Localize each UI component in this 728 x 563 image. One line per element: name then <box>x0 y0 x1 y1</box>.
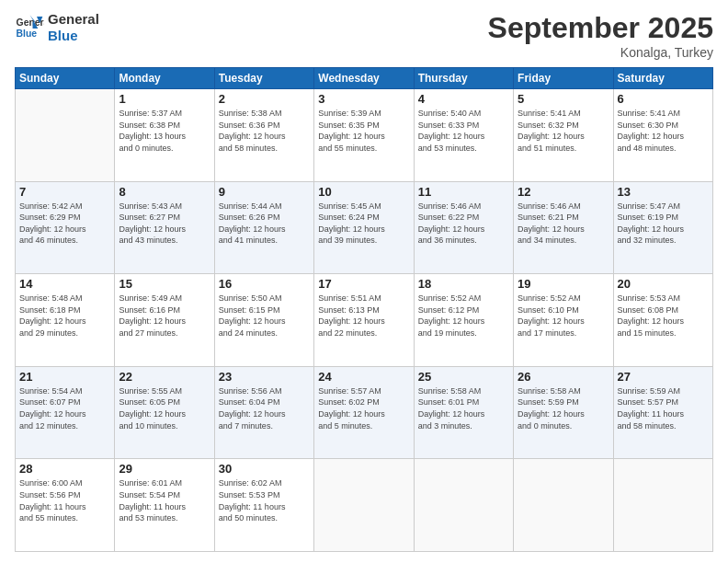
weekday-header-sunday: Sunday <box>16 68 115 89</box>
calendar-cell: 19Sunrise: 5:52 AM Sunset: 6:10 PM Dayli… <box>514 274 613 367</box>
calendar-cell: 1Sunrise: 5:37 AM Sunset: 6:38 PM Daylig… <box>115 89 214 182</box>
day-number: 20 <box>618 277 709 291</box>
calendar-week-4: 21Sunrise: 5:54 AM Sunset: 6:07 PM Dayli… <box>16 366 713 459</box>
day-number: 5 <box>518 92 609 106</box>
day-info: Sunrise: 5:58 AM Sunset: 5:59 PM Dayligh… <box>518 385 609 431</box>
day-info: Sunrise: 5:52 AM Sunset: 6:10 PM Dayligh… <box>518 293 609 339</box>
logo-icon: General Blue <box>15 13 44 42</box>
day-number: 21 <box>19 370 110 384</box>
day-info: Sunrise: 5:40 AM Sunset: 6:33 PM Dayligh… <box>418 108 509 154</box>
day-number: 10 <box>318 185 409 199</box>
weekday-header-wednesday: Wednesday <box>314 68 414 89</box>
day-info: Sunrise: 5:46 AM Sunset: 6:22 PM Dayligh… <box>418 201 509 247</box>
day-info: Sunrise: 5:55 AM Sunset: 6:05 PM Dayligh… <box>119 385 210 431</box>
calendar-cell: 27Sunrise: 5:59 AM Sunset: 5:57 PM Dayli… <box>613 366 712 459</box>
day-info: Sunrise: 5:39 AM Sunset: 6:35 PM Dayligh… <box>318 108 409 154</box>
day-info: Sunrise: 5:43 AM Sunset: 6:27 PM Dayligh… <box>119 201 210 247</box>
day-number: 23 <box>219 370 310 384</box>
calendar-cell: 22Sunrise: 5:55 AM Sunset: 6:05 PM Dayli… <box>115 366 214 459</box>
day-number: 26 <box>518 370 609 384</box>
day-number: 18 <box>418 277 509 291</box>
calendar-cell: 11Sunrise: 5:46 AM Sunset: 6:22 PM Dayli… <box>414 181 513 274</box>
calendar-cell: 12Sunrise: 5:46 AM Sunset: 6:21 PM Dayli… <box>514 181 613 274</box>
calendar-cell: 30Sunrise: 6:02 AM Sunset: 5:53 PM Dayli… <box>214 459 313 552</box>
calendar-cell: 8Sunrise: 5:43 AM Sunset: 6:27 PM Daylig… <box>115 181 214 274</box>
day-info: Sunrise: 5:59 AM Sunset: 5:57 PM Dayligh… <box>618 385 709 431</box>
logo: General Blue General Blue <box>15 11 99 44</box>
calendar-cell: 2Sunrise: 5:38 AM Sunset: 6:36 PM Daylig… <box>214 89 313 182</box>
svg-text:Blue: Blue <box>17 29 38 39</box>
weekday-header-friday: Friday <box>514 68 613 89</box>
weekday-header-saturday: Saturday <box>613 68 712 89</box>
day-number: 16 <box>219 277 310 291</box>
calendar-cell <box>613 459 712 552</box>
day-number: 11 <box>418 185 509 199</box>
calendar-cell: 13Sunrise: 5:47 AM Sunset: 6:19 PM Dayli… <box>613 181 712 274</box>
day-number: 7 <box>19 185 110 199</box>
day-number: 17 <box>318 277 409 291</box>
day-info: Sunrise: 5:44 AM Sunset: 6:26 PM Dayligh… <box>219 201 310 247</box>
day-number: 6 <box>618 92 709 106</box>
calendar-cell: 9Sunrise: 5:44 AM Sunset: 6:26 PM Daylig… <box>214 181 313 274</box>
day-info: Sunrise: 6:00 AM Sunset: 5:56 PM Dayligh… <box>19 477 110 523</box>
day-number: 30 <box>219 462 310 476</box>
day-number: 4 <box>418 92 509 106</box>
weekday-header-thursday: Thursday <box>414 68 513 89</box>
day-number: 22 <box>119 370 210 384</box>
calendar-cell: 23Sunrise: 5:56 AM Sunset: 6:04 PM Dayli… <box>214 366 313 459</box>
day-info: Sunrise: 5:53 AM Sunset: 6:08 PM Dayligh… <box>618 293 709 339</box>
day-info: Sunrise: 5:47 AM Sunset: 6:19 PM Dayligh… <box>618 201 709 247</box>
location: Konalga, Turkey <box>488 45 713 60</box>
day-number: 28 <box>19 462 110 476</box>
calendar-cell: 28Sunrise: 6:00 AM Sunset: 5:56 PM Dayli… <box>16 459 115 552</box>
calendar-cell: 17Sunrise: 5:51 AM Sunset: 6:13 PM Dayli… <box>314 274 414 367</box>
calendar-cell: 25Sunrise: 5:58 AM Sunset: 6:01 PM Dayli… <box>414 366 513 459</box>
day-info: Sunrise: 5:49 AM Sunset: 6:16 PM Dayligh… <box>119 293 210 339</box>
calendar-cell: 3Sunrise: 5:39 AM Sunset: 6:35 PM Daylig… <box>314 89 414 182</box>
calendar-cell: 16Sunrise: 5:50 AM Sunset: 6:15 PM Dayli… <box>214 274 313 367</box>
day-number: 14 <box>19 277 110 291</box>
day-info: Sunrise: 6:01 AM Sunset: 5:54 PM Dayligh… <box>119 477 210 523</box>
calendar-cell: 7Sunrise: 5:42 AM Sunset: 6:29 PM Daylig… <box>16 181 115 274</box>
day-number: 27 <box>618 370 709 384</box>
calendar-cell: 4Sunrise: 5:40 AM Sunset: 6:33 PM Daylig… <box>414 89 513 182</box>
day-number: 1 <box>119 92 210 106</box>
day-number: 24 <box>318 370 409 384</box>
calendar-cell: 21Sunrise: 5:54 AM Sunset: 6:07 PM Dayli… <box>16 366 115 459</box>
calendar-week-5: 28Sunrise: 6:00 AM Sunset: 5:56 PM Dayli… <box>16 459 713 552</box>
weekday-header-tuesday: Tuesday <box>214 68 313 89</box>
day-info: Sunrise: 5:52 AM Sunset: 6:12 PM Dayligh… <box>418 293 509 339</box>
calendar-cell <box>514 459 613 552</box>
day-info: Sunrise: 5:58 AM Sunset: 6:01 PM Dayligh… <box>418 385 509 431</box>
calendar-cell: 15Sunrise: 5:49 AM Sunset: 6:16 PM Dayli… <box>115 274 214 367</box>
calendar-cell: 6Sunrise: 5:41 AM Sunset: 6:30 PM Daylig… <box>613 89 712 182</box>
calendar-cell: 20Sunrise: 5:53 AM Sunset: 6:08 PM Dayli… <box>613 274 712 367</box>
day-info: Sunrise: 5:57 AM Sunset: 6:02 PM Dayligh… <box>318 385 409 431</box>
day-info: Sunrise: 5:37 AM Sunset: 6:38 PM Dayligh… <box>119 108 210 154</box>
day-info: Sunrise: 5:41 AM Sunset: 6:30 PM Dayligh… <box>618 108 709 154</box>
day-number: 9 <box>219 185 310 199</box>
weekday-header-row: SundayMondayTuesdayWednesdayThursdayFrid… <box>16 68 713 89</box>
logo-general: General <box>48 11 99 28</box>
header: General Blue General Blue September 2025… <box>15 11 713 60</box>
day-info: Sunrise: 5:46 AM Sunset: 6:21 PM Dayligh… <box>518 201 609 247</box>
page: General Blue General Blue September 2025… <box>0 0 728 563</box>
calendar-table: SundayMondayTuesdayWednesdayThursdayFrid… <box>15 67 713 552</box>
calendar-cell: 29Sunrise: 6:01 AM Sunset: 5:54 PM Dayli… <box>115 459 214 552</box>
day-info: Sunrise: 5:56 AM Sunset: 6:04 PM Dayligh… <box>219 385 310 431</box>
calendar-cell: 18Sunrise: 5:52 AM Sunset: 6:12 PM Dayli… <box>414 274 513 367</box>
calendar-cell: 5Sunrise: 5:41 AM Sunset: 6:32 PM Daylig… <box>514 89 613 182</box>
day-info: Sunrise: 5:51 AM Sunset: 6:13 PM Dayligh… <box>318 293 409 339</box>
calendar-cell <box>16 89 115 182</box>
day-info: Sunrise: 6:02 AM Sunset: 5:53 PM Dayligh… <box>219 477 310 523</box>
calendar-cell <box>414 459 513 552</box>
calendar-cell <box>314 459 414 552</box>
day-number: 25 <box>418 370 509 384</box>
day-number: 12 <box>518 185 609 199</box>
calendar-cell: 10Sunrise: 5:45 AM Sunset: 6:24 PM Dayli… <box>314 181 414 274</box>
day-info: Sunrise: 5:41 AM Sunset: 6:32 PM Dayligh… <box>518 108 609 154</box>
day-info: Sunrise: 5:50 AM Sunset: 6:15 PM Dayligh… <box>219 293 310 339</box>
calendar-cell: 26Sunrise: 5:58 AM Sunset: 5:59 PM Dayli… <box>514 366 613 459</box>
weekday-header-monday: Monday <box>115 68 214 89</box>
day-number: 15 <box>119 277 210 291</box>
